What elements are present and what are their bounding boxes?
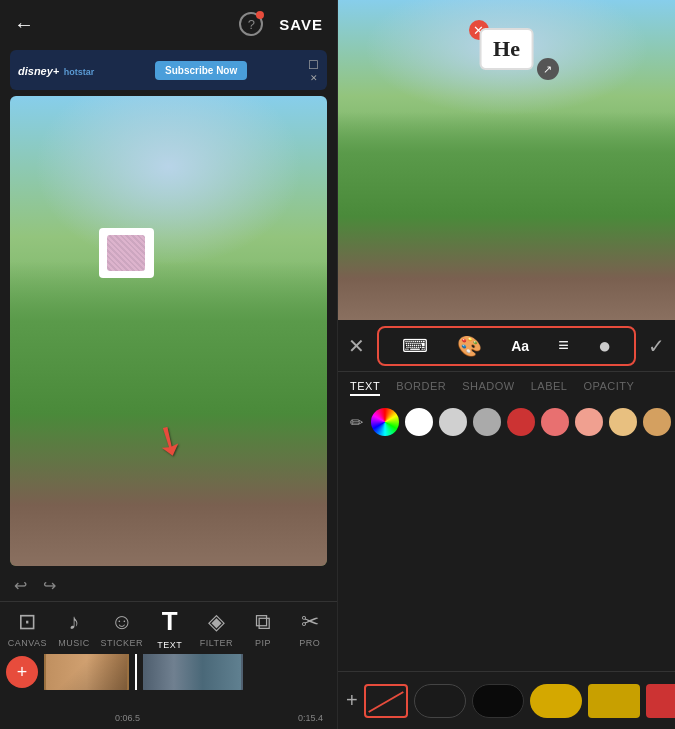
tool-music[interactable]: ♪ MUSIC	[54, 609, 94, 648]
color-wheel-tool[interactable]: 🎨	[457, 334, 482, 358]
tool-sticker[interactable]: ☺ STICKER	[101, 609, 144, 648]
music-label: MUSIC	[58, 638, 90, 648]
disney-brand: disney+	[18, 65, 59, 77]
font-options-area	[338, 444, 675, 671]
red-swatch[interactable]	[507, 408, 535, 436]
save-button[interactable]: SAVE	[279, 16, 323, 33]
ad-banner[interactable]: disney+ hotstar Subscribe Now ☐ ✕	[10, 50, 327, 90]
rotate-handle[interactable]: ↗	[537, 58, 559, 80]
text-icon: T	[162, 606, 178, 637]
eyedropper-tool[interactable]: ✏	[350, 413, 363, 432]
left-header: ← ? SAVE	[0, 0, 337, 48]
sticker-label: STICKER	[101, 638, 144, 648]
timeline: + 0:06.5 0:15.4	[0, 654, 337, 690]
sticker-icon: ☺	[111, 609, 133, 635]
video-canvas: ➘	[10, 96, 327, 566]
light-red-swatch[interactable]	[541, 408, 569, 436]
hotstar-brand: hotstar	[64, 67, 95, 77]
shape-pill-yellow[interactable]	[530, 684, 582, 718]
close-editor-button[interactable]: ✕	[348, 334, 365, 358]
back-button[interactable]: ←	[14, 13, 34, 36]
tab-opacity[interactable]: OPACITY	[583, 380, 634, 396]
add-shape-button[interactable]: +	[346, 689, 358, 712]
align-tool[interactable]: ≡	[558, 335, 569, 356]
shape-rect-red[interactable]	[646, 684, 675, 718]
peach-swatch[interactable]	[609, 408, 637, 436]
ad-logo: disney+ hotstar	[18, 61, 94, 79]
pip-label: PIP	[255, 638, 271, 648]
tool-pro[interactable]: ✂ PRO	[290, 609, 330, 648]
help-button[interactable]: ?	[239, 12, 263, 36]
filter-label: FILTER	[200, 638, 233, 648]
timeline-playhead	[135, 654, 137, 690]
shape-pill-black[interactable]	[472, 684, 524, 718]
keyboard-tool[interactable]: ⌨	[402, 335, 428, 357]
filter-icon: ◈	[208, 609, 225, 635]
right-editing-toolbar: ✕ ⌨ 🎨 Aa ≡ ● ✓	[338, 320, 675, 372]
text-label: TEXT	[157, 640, 182, 650]
right-panel: ✕ He ↗ ✕ ⌨ 🎨 Aa ≡ ● ✓ TEXT BORDER SHADOW…	[337, 0, 675, 729]
right-tabs: TEXT BORDER SHADOW LABEL OPACITY	[338, 372, 675, 400]
pip-icon: ⧉	[255, 609, 271, 635]
salmon-swatch[interactable]	[575, 408, 603, 436]
white-swatch[interactable]	[405, 408, 433, 436]
ad-close-button[interactable]: ☐ ✕	[308, 58, 319, 83]
tab-label[interactable]: LABEL	[531, 380, 568, 396]
tool-bar: ⊡ CANVAS ♪ MUSIC ☺ STICKER T TEXT ◈ FILT…	[0, 601, 337, 654]
tan-swatch[interactable]	[643, 408, 671, 436]
sticker-pattern	[107, 235, 145, 271]
right-video-preview: ✕ He ↗	[338, 0, 675, 320]
canvas-label: CANVAS	[8, 638, 47, 648]
color-palette: ✏	[338, 400, 675, 444]
notification-dot	[256, 11, 264, 19]
confirm-button[interactable]: ✓	[648, 334, 665, 358]
subscribe-button[interactable]: Subscribe Now	[155, 61, 247, 80]
tool-pip[interactable]: ⧉ PIP	[243, 609, 283, 648]
redo-button[interactable]: ↪	[43, 576, 56, 595]
gradient-swatch[interactable]	[371, 408, 399, 436]
light-gray-swatch[interactable]	[439, 408, 467, 436]
sticker-overlay[interactable]	[99, 228, 154, 278]
header-right: ? SAVE	[239, 12, 323, 36]
shape-bar: +	[338, 671, 675, 729]
tool-canvas[interactable]: ⊡ CANVAS	[7, 609, 47, 648]
tab-shadow[interactable]: SHADOW	[462, 380, 515, 396]
font-tool[interactable]: Aa	[511, 338, 529, 354]
shape-pill-dark[interactable]	[414, 684, 466, 718]
undo-button[interactable]: ↩	[14, 576, 27, 595]
bottom-toolbar: ↩ ↪ ⊡ CANVAS ♪ MUSIC ☺ STICKER T TEXT ◈	[0, 570, 337, 690]
right-flower-area	[338, 112, 675, 320]
pro-label: PRO	[299, 638, 320, 648]
add-clip-button[interactable]: +	[6, 656, 38, 688]
canvas-icon: ⊡	[18, 609, 36, 635]
music-icon: ♪	[68, 609, 79, 635]
tab-border[interactable]: BORDER	[396, 380, 446, 396]
shape-none[interactable]	[364, 684, 408, 718]
pro-icon: ✂	[301, 609, 319, 635]
tool-text[interactable]: T TEXT	[150, 606, 190, 650]
left-panel: ← ? SAVE disney+ hotstar Subscribe Now ☐…	[0, 0, 337, 729]
timeline-clip-2[interactable]	[143, 654, 243, 690]
gray-swatch[interactable]	[473, 408, 501, 436]
text-sticker[interactable]: He	[479, 28, 534, 70]
tab-text[interactable]: TEXT	[350, 380, 380, 396]
sticker-text-content: He	[493, 36, 520, 62]
style-tool[interactable]: ●	[598, 333, 611, 359]
timeline-clip-1[interactable]	[44, 654, 129, 690]
undo-redo-bar: ↩ ↪	[0, 570, 337, 601]
flower-area	[10, 261, 327, 567]
shape-rect-yellow[interactable]	[588, 684, 640, 718]
tool-filter[interactable]: ◈ FILTER	[196, 609, 236, 648]
editing-tools-group: ⌨ 🎨 Aa ≡ ●	[377, 326, 636, 366]
